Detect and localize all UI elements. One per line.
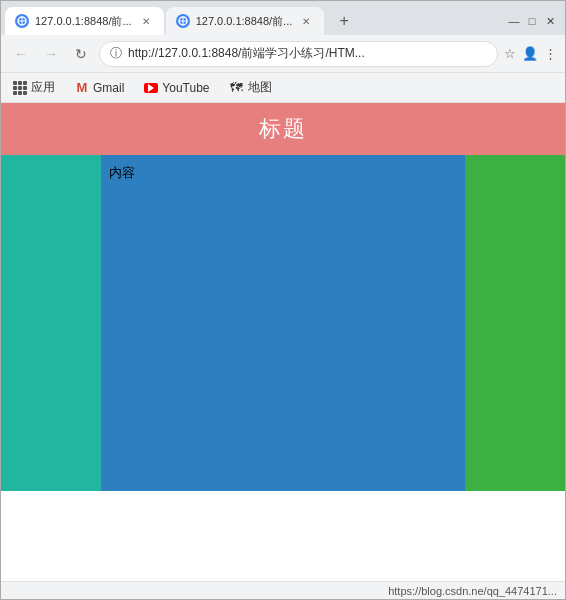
- menu-icon[interactable]: ⋮: [544, 46, 557, 61]
- bookmark-youtube[interactable]: YouTube: [140, 79, 213, 97]
- page-white-area: [1, 491, 565, 581]
- url-bar[interactable]: ⓘ http://127.0.0.1:8848/前端学习小练习/HTM...: [99, 41, 498, 67]
- right-column: [465, 155, 565, 491]
- new-tab-button[interactable]: +: [330, 7, 358, 35]
- status-text: https://blog.csdn.ne/qq_4474171...: [388, 585, 557, 597]
- secure-icon: ⓘ: [110, 45, 122, 62]
- bookmark-star-icon[interactable]: ☆: [504, 46, 516, 61]
- status-bar: https://blog.csdn.ne/qq_4474171...: [1, 581, 565, 599]
- window-controls: — □ ✕: [507, 14, 557, 28]
- tab-1-label: 127.0.0.1:8848/前...: [35, 14, 132, 29]
- bookmark-gmail-label: Gmail: [93, 81, 124, 95]
- bookmark-maps-label: 地图: [248, 79, 272, 96]
- youtube-icon: [144, 83, 158, 93]
- bookmark-youtube-label: YouTube: [162, 81, 209, 95]
- content-text: 内容: [109, 165, 135, 180]
- address-bar: ← → ↻ ⓘ http://127.0.0.1:8848/前端学习小练习/HT…: [1, 35, 565, 73]
- title-bar: 127.0.0.1:8848/前... ✕ 127.0.0.1:8848/前..…: [1, 1, 565, 35]
- bookmark-apps[interactable]: 应用: [9, 77, 59, 98]
- bookmarks-bar: 应用 M Gmail YouTube 🗺 地图: [1, 73, 565, 103]
- youtube-play-triangle: [148, 84, 154, 92]
- maximize-button[interactable]: □: [525, 14, 539, 28]
- middle-column: 内容: [101, 155, 465, 491]
- page-header: 标题: [1, 103, 565, 155]
- page-body: 内容: [1, 155, 565, 491]
- profile-icon[interactable]: 👤: [522, 46, 538, 61]
- left-column: [1, 155, 101, 491]
- tab-1[interactable]: 127.0.0.1:8848/前... ✕: [5, 7, 164, 35]
- tab-2-close[interactable]: ✕: [298, 13, 314, 29]
- maps-icon: 🗺: [230, 81, 244, 95]
- forward-button[interactable]: →: [39, 42, 63, 66]
- bookmark-apps-label: 应用: [31, 79, 55, 96]
- tab-2-favicon: [176, 14, 190, 28]
- tab-2-label: 127.0.0.1:8848/前...: [196, 14, 293, 29]
- refresh-button[interactable]: ↻: [69, 42, 93, 66]
- apps-grid-icon: [13, 81, 27, 95]
- browser-window: 127.0.0.1:8848/前... ✕ 127.0.0.1:8848/前..…: [0, 0, 566, 600]
- bookmark-gmail[interactable]: M Gmail: [71, 79, 128, 97]
- bookmark-maps[interactable]: 🗺 地图: [226, 77, 276, 98]
- minimize-button[interactable]: —: [507, 14, 521, 28]
- tab-2[interactable]: 127.0.0.1:8848/前... ✕: [166, 7, 325, 35]
- back-button[interactable]: ←: [9, 42, 33, 66]
- page-content: 标题 内容: [1, 103, 565, 581]
- page-title: 标题: [259, 114, 307, 144]
- tab-1-close[interactable]: ✕: [138, 13, 154, 29]
- close-button[interactable]: ✕: [543, 14, 557, 28]
- tab-1-favicon: [15, 14, 29, 28]
- gmail-icon: M: [75, 81, 89, 95]
- url-text: http://127.0.0.1:8848/前端学习小练习/HTM...: [128, 45, 487, 62]
